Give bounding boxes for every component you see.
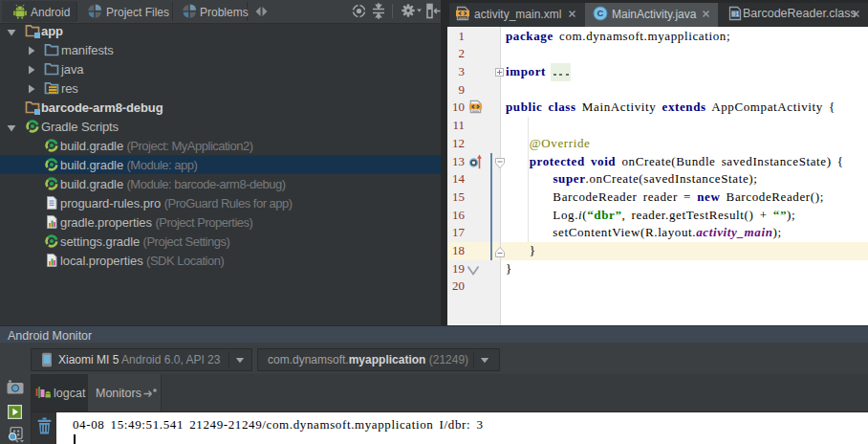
svg-text:C: C bbox=[597, 8, 604, 18]
svg-text:01: 01 bbox=[731, 11, 739, 18]
